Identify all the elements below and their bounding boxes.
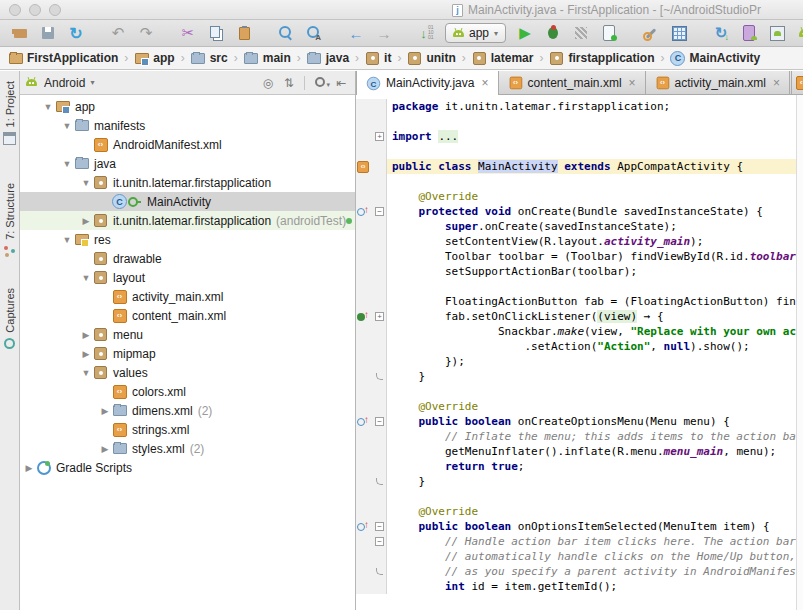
tree-expand-arrow[interactable]: ▶ <box>98 406 112 416</box>
tool-window-tab-structure[interactable]: 7: Structure <box>3 183 16 258</box>
tree-expand-arrow[interactable]: ▼ <box>60 121 74 131</box>
tree-expand-arrow[interactable]: ▼ <box>41 102 55 112</box>
tree-row[interactable]: ▼layout <box>20 268 355 287</box>
back-icon[interactable] <box>346 23 366 43</box>
code-editor[interactable]: package it.unitn.latemar.firstapplicatio… <box>356 95 803 610</box>
tree-row[interactable]: ▼app <box>20 97 355 116</box>
tree-row[interactable]: colors.xml <box>20 382 355 401</box>
tree-expand-arrow[interactable]: ▶ <box>98 444 112 454</box>
close-window-button[interactable] <box>9 4 21 16</box>
tree-expand-arrow[interactable]: ▶ <box>79 216 93 226</box>
overriding-method-gutter-icon[interactable] <box>357 206 371 218</box>
goto-line-icon[interactable] <box>416 23 436 43</box>
tree-row[interactable]: activity_main.xml <box>20 287 355 306</box>
breadcrumb-item[interactable]: java <box>307 51 349 66</box>
overriding-method-gutter-icon[interactable] <box>357 416 371 428</box>
overriding-method-gutter-icon[interactable] <box>357 311 371 323</box>
settings-gear-icon[interactable] <box>312 76 328 90</box>
fold-end-marker[interactable] <box>376 478 383 485</box>
breadcrumb-item[interactable]: src <box>191 51 228 66</box>
tree-expand-arrow[interactable]: ▶ <box>79 330 93 340</box>
device-monitor-icon[interactable] <box>767 23 787 43</box>
editor-scrollbar[interactable] <box>796 95 803 610</box>
zoom-window-button[interactable] <box>49 4 61 16</box>
tree-expand-arrow[interactable]: ▼ <box>79 178 93 188</box>
editor-tab[interactable]: activity_main.xml× <box>646 71 790 94</box>
chevron-down-icon[interactable]: ▾ <box>90 78 94 87</box>
locate-file-icon[interactable]: ◎ <box>260 76 276 90</box>
tree-row[interactable]: AndroidManifest.xml <box>20 135 355 154</box>
forward-icon[interactable] <box>374 23 394 43</box>
tree-expand-arrow[interactable]: ▼ <box>79 273 93 283</box>
tree-row[interactable]: ▼values <box>20 363 355 382</box>
tree-row[interactable]: ▼res <box>20 230 355 249</box>
close-tab-icon[interactable]: × <box>773 76 780 90</box>
open-folder-icon[interactable] <box>10 23 30 43</box>
fold-collapse-icon[interactable] <box>375 417 384 426</box>
tree-row[interactable]: ▼it.unitn.latemar.firstapplication <box>20 173 355 192</box>
breadcrumb-item[interactable]: unitn <box>407 51 455 66</box>
tree-expand-arrow[interactable]: ▶ <box>22 463 36 473</box>
breadcrumb-item[interactable]: FirstApplication <box>8 51 118 66</box>
debug-icon[interactable] <box>543 23 563 43</box>
fold-end-marker[interactable] <box>376 373 383 380</box>
synchronize-icon[interactable] <box>66 23 86 43</box>
overriding-method-gutter-icon[interactable] <box>357 521 371 533</box>
save-all-icon[interactable] <box>38 23 58 43</box>
attach-debugger-icon[interactable] <box>599 23 619 43</box>
close-tab-icon[interactable]: × <box>481 76 488 90</box>
tree-row[interactable]: ▼manifests <box>20 116 355 135</box>
layout-inspector-icon[interactable] <box>739 23 759 43</box>
tool-window-tab-project[interactable]: 1: Project <box>3 81 16 145</box>
fold-collapse-icon[interactable] <box>375 207 384 216</box>
fold-expand-icon[interactable] <box>375 312 384 321</box>
fold-expand-icon[interactable] <box>375 132 384 141</box>
coverage-icon[interactable] <box>571 23 591 43</box>
tool-window-tab-captures[interactable]: Captures <box>4 288 16 349</box>
android-icon[interactable] <box>795 23 803 43</box>
tree-row[interactable]: ▶styles.xml(2) <box>20 439 355 458</box>
undo-icon[interactable] <box>108 23 128 43</box>
redo-icon[interactable] <box>136 23 156 43</box>
sdk-manager-icon[interactable] <box>641 23 661 43</box>
fold-collapse-icon[interactable] <box>375 522 384 531</box>
cut-icon[interactable] <box>178 23 198 43</box>
breadcrumb-item[interactable]: firstapplication <box>549 51 654 66</box>
paste-icon[interactable] <box>234 23 254 43</box>
minimize-window-button[interactable] <box>29 4 41 16</box>
breadcrumb-item[interactable]: main <box>244 51 291 66</box>
fold-collapse-icon[interactable] <box>375 537 384 546</box>
tree-row[interactable]: ▶menu <box>20 325 355 344</box>
run-configuration-combo[interactable]: app▾ <box>445 23 506 43</box>
fold-end-marker[interactable] <box>376 568 383 575</box>
tree-expand-arrow[interactable]: ▼ <box>60 235 74 245</box>
breadcrumb-item[interactable]: app <box>134 51 174 66</box>
tree-expand-arrow[interactable]: ▶ <box>79 349 93 359</box>
tree-row[interactable]: ▶Gradle Scripts <box>20 458 355 477</box>
tree-row[interactable]: drawable <box>20 249 355 268</box>
replace-icon[interactable] <box>304 23 324 43</box>
breadcrumb-item[interactable]: it <box>365 51 391 66</box>
gradle-sync-icon[interactable] <box>711 23 731 43</box>
find-icon[interactable] <box>276 23 296 43</box>
close-tab-icon[interactable]: × <box>629 76 636 90</box>
tree-row[interactable]: ▶dimens.xml(2) <box>20 401 355 420</box>
project-view-mode[interactable]: Android <box>44 76 85 90</box>
tree-row[interactable]: ▶it.unitn.latemar.firstapplication(andro… <box>20 211 355 230</box>
avd-manager-icon[interactable] <box>669 23 689 43</box>
hide-panel-icon[interactable]: ⇤ <box>333 76 349 90</box>
tree-row[interactable]: strings.xml <box>20 420 355 439</box>
breadcrumb-item[interactable]: latemar <box>472 51 534 66</box>
editor-tab[interactable]: content_main.xml× <box>499 71 646 94</box>
tree-row[interactable]: ▼java <box>20 154 355 173</box>
tree-row[interactable]: ▶mipmap <box>20 344 355 363</box>
editor-tab[interactable]: MainActivity.java× <box>356 71 499 95</box>
copy-icon[interactable] <box>206 23 226 43</box>
breadcrumb-item[interactable]: MainActivity <box>670 51 760 66</box>
tree-row[interactable]: MainActivity <box>20 192 355 211</box>
run-icon[interactable] <box>515 23 535 43</box>
tree-row[interactable]: content_main.xml <box>20 306 355 325</box>
manifest-link-gutter-icon[interactable] <box>357 161 369 173</box>
tree-expand-arrow[interactable]: ▼ <box>60 159 74 169</box>
tree-expand-arrow[interactable]: ▼ <box>79 368 93 378</box>
